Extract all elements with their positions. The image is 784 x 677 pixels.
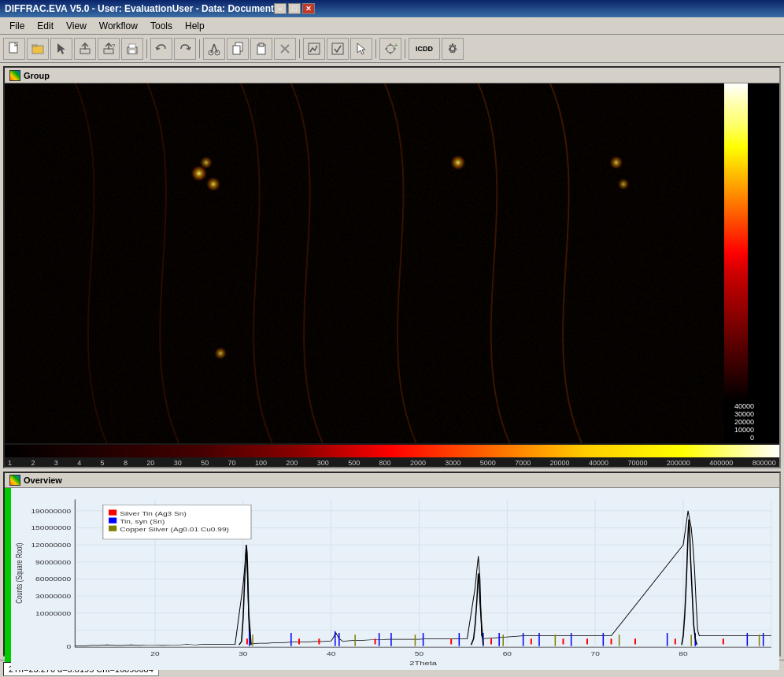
svg-text:2Theta: 2Theta [409, 660, 437, 667]
svg-text:30: 30 [239, 650, 247, 657]
export-button[interactable] [74, 38, 96, 60]
svg-text:150000000: 150000000 [31, 525, 71, 531]
titlebar: DIFFRAC.EVA V5.0 - User: EvaluationUser … [0, 0, 784, 17]
diffraction-canvas[interactable] [5, 83, 724, 443]
svg-text:10000000: 10000000 [35, 610, 71, 616]
minimize-button[interactable]: – [274, 3, 287, 14]
panel-icon [9, 70, 20, 81]
toolbar-separator-4 [375, 39, 376, 58]
overview-chart: 190000000 150000000 120000000 90000000 6… [11, 488, 779, 670]
svg-text:+: + [394, 43, 398, 48]
crosshair-button[interactable]: + [379, 38, 401, 60]
toolbar-separator-3 [299, 39, 300, 58]
bottom-panel: Overview [3, 472, 781, 657]
svg-rect-107 [109, 509, 116, 515]
top-panel-header: Group [5, 68, 779, 83]
svg-marker-24 [357, 43, 365, 54]
svg-point-25 [386, 45, 394, 53]
menu-help[interactable]: Help [179, 19, 211, 33]
export2-button[interactable]: ? [98, 38, 120, 60]
copy-button[interactable] [227, 38, 249, 60]
svg-text:Copper Silver (Ag0.01 Cu0.99): Copper Silver (Ag0.01 Cu0.99) [120, 526, 229, 532]
svg-text:?: ? [112, 43, 116, 50]
bottom-panel-icon [9, 475, 20, 486]
svg-text:Silver Tin (Ag3 Sn): Silver Tin (Ag3 Sn) [120, 510, 187, 516]
svg-rect-111 [109, 526, 116, 531]
paste-button[interactable] [250, 38, 272, 60]
svg-text:0: 0 [67, 643, 72, 649]
new-button[interactable] [3, 38, 25, 60]
svg-text:60: 60 [503, 650, 512, 657]
svg-rect-17 [233, 46, 240, 54]
menu-workflow[interactable]: Workflow [93, 19, 144, 33]
maximize-button[interactable]: □ [288, 3, 301, 14]
svg-text:190000000: 190000000 [31, 508, 71, 514]
svg-text:60000000: 60000000 [35, 576, 71, 583]
menubar: File Edit View Workflow Tools Help [0, 17, 784, 35]
chart-container[interactable]: 190000000 150000000 120000000 90000000 6… [11, 488, 779, 670]
print-button[interactable] [121, 38, 143, 60]
svg-text:20: 20 [150, 650, 159, 657]
window-controls: – □ ✕ [274, 3, 315, 14]
open-button[interactable] [27, 38, 49, 60]
svg-text:40: 40 [327, 650, 335, 657]
redo-button[interactable] [174, 38, 196, 60]
bottom-panel-header: Overview [5, 473, 779, 488]
svg-marker-3 [57, 43, 65, 54]
delete-button[interactable] [274, 38, 296, 60]
toolbar-separator-2 [199, 39, 200, 58]
colorscale-labels: 40000 30000 20000 10000 0 [724, 401, 756, 443]
svg-text:120000000: 120000000 [31, 542, 71, 549]
svg-text:30000000: 30000000 [35, 593, 71, 599]
cursor-button[interactable] [350, 38, 372, 60]
colorscale-bar [724, 83, 748, 401]
svg-text:Counts (Square Root): Counts (Square Root) [14, 543, 24, 604]
toolbar-separator-1 [146, 39, 147, 58]
menu-tools[interactable]: Tools [144, 19, 179, 33]
top-panel: Group 40000 30000 20000 10000 0 123458 [3, 66, 781, 468]
svg-rect-109 [109, 518, 116, 523]
toolbar: ? + ICDD [0, 35, 784, 63]
diffraction-image-container[interactable]: 40000 30000 20000 10000 0 [5, 83, 779, 443]
menu-file[interactable]: File [3, 19, 31, 33]
svg-rect-19 [259, 43, 264, 46]
intensity-scale-labels: 123458 20305070100 200300500800 20003000… [5, 459, 779, 467]
chart-with-sidebar: 190000000 150000000 120000000 90000000 6… [5, 488, 779, 670]
bottom-panel-title: Overview [24, 475, 62, 485]
svg-rect-23 [332, 43, 343, 54]
close-button[interactable]: ✕ [302, 3, 315, 14]
left-indicator-bar [5, 488, 11, 670]
check-button[interactable] [327, 38, 349, 60]
undo-button[interactable] [150, 38, 172, 60]
svg-text:50: 50 [415, 650, 423, 657]
icdd-button[interactable]: ICDD [409, 38, 440, 60]
menu-view[interactable]: View [60, 19, 93, 33]
toolbar-separator-5 [405, 39, 405, 58]
settings-button[interactable] [442, 38, 464, 60]
svg-rect-11 [129, 44, 135, 48]
cut-button[interactable] [203, 38, 225, 60]
title-text: DIFFRAC.EVA V5.0 - User: EvaluationUser … [5, 3, 274, 14]
intensity-gradient [5, 445, 779, 457]
svg-text:80: 80 [679, 650, 687, 657]
chart-button[interactable] [303, 38, 325, 60]
intensity-bar: 123458 20305070100 200300500800 20003000… [5, 443, 779, 467]
svg-text:90000000: 90000000 [35, 559, 71, 565]
svg-text:Tin, syn (Sn): Tin, syn (Sn) [120, 518, 165, 524]
menu-edit[interactable]: Edit [31, 19, 60, 33]
main-content: Group 40000 30000 20000 10000 0 123458 [0, 63, 784, 660]
svg-rect-2 [32, 45, 37, 46]
svg-rect-10 [129, 50, 135, 54]
svg-text:70: 70 [591, 650, 600, 657]
select-button[interactable] [50, 38, 72, 60]
top-panel-title: Group [24, 71, 50, 80]
